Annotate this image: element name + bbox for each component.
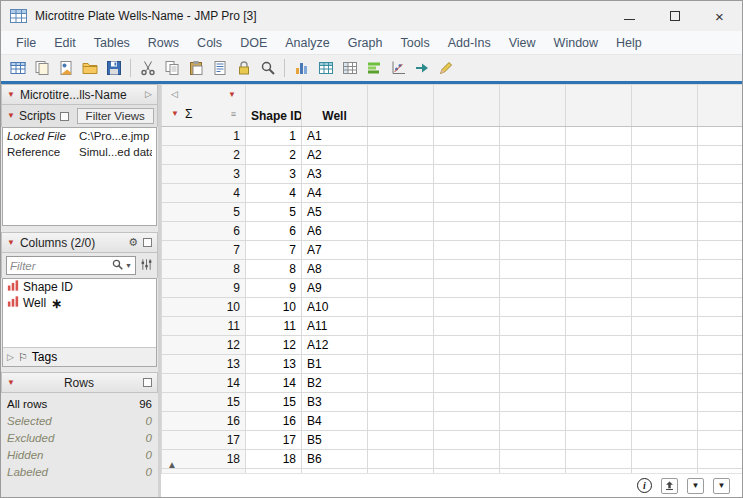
row-number-cell[interactable]: 9 [162,279,246,298]
row-number-cell[interactable]: 1 [162,127,246,146]
row-number-cell[interactable]: 16 [162,412,246,431]
zoom-icon[interactable] [256,57,279,79]
menu-edit[interactable]: Edit [45,33,85,53]
scripts-red-triangle-icon[interactable]: ▼ [7,112,15,120]
column-item-shape-id[interactable]: Shape ID [3,279,156,295]
well-cell[interactable]: A7 [302,241,368,260]
table-red-triangle-icon[interactable]: ▼ [7,91,15,99]
open-journal-icon[interactable] [30,57,53,79]
row-number-cell[interactable]: 8 [162,260,246,279]
scroll-anchor-icon[interactable]: ▲ [167,460,177,470]
menu-view[interactable]: View [500,33,545,53]
shape-id-cell[interactable]: 12 [246,336,302,355]
shape-id-cell[interactable]: 15 [246,393,302,412]
shape-id-cell[interactable]: 2 [246,146,302,165]
annotate-pencil-icon[interactable] [434,57,457,79]
row-number-cell[interactable]: 12 [162,336,246,355]
stat-hidden[interactable]: Hidden 0 [5,446,154,463]
menu-cols[interactable]: Cols [188,33,231,53]
collapse-right-icon[interactable]: ▷ [145,90,152,99]
new-data-table-icon[interactable] [6,57,29,79]
tab-scripts[interactable]: Scripts [19,109,56,123]
filter-dropdown-icon[interactable]: ▼ [125,262,132,269]
close-button[interactable]: × [697,1,742,31]
graph-builder-icon[interactable] [362,57,385,79]
shape-id-cell[interactable]: 1 [246,127,302,146]
hide-panel-icon[interactable]: ◁ [171,90,178,99]
shape-id-cell[interactable]: 8 [246,260,302,279]
menu-tables[interactable]: Tables [85,33,139,53]
well-cell[interactable]: A10 [302,298,368,317]
status-dropdown-a-icon[interactable]: ▼ [687,478,704,494]
row-number-cell[interactable]: 5 [162,203,246,222]
columns-panel-box-icon[interactable] [143,238,152,247]
open-folder-icon[interactable] [78,57,101,79]
well-cell[interactable]: B3 [302,393,368,412]
sigma-icon[interactable]: Σ [185,107,192,121]
menu-file[interactable]: File [7,33,45,53]
well-cell[interactable]: A12 [302,336,368,355]
rows-panel-box-icon[interactable] [143,378,152,387]
tags-expand-icon[interactable]: ▷ [7,353,14,362]
shape-id-cell[interactable]: 14 [246,374,302,393]
row-number-cell[interactable]: 15 [162,393,246,412]
well-cell[interactable]: A1 [302,127,368,146]
shape-id-cell[interactable]: 4 [246,184,302,203]
row-number-cell[interactable]: 14 [162,374,246,393]
menu-add-ins[interactable]: Add-Ins [439,33,500,53]
shape-id-cell[interactable]: 7 [246,241,302,260]
row-number-cell[interactable]: 7 [162,241,246,260]
well-cell[interactable]: B5 [302,431,368,450]
maximize-button[interactable] [652,1,697,31]
scripts-checkbox[interactable] [60,112,69,121]
well-cell[interactable]: A8 [302,260,368,279]
row-number-cell[interactable]: 2 [162,146,246,165]
menu-window[interactable]: Window [545,33,607,53]
columns-red-triangle-icon[interactable]: ▼ [7,239,15,247]
shape-id-cell[interactable]: 16 [246,412,302,431]
fit-plot-icon[interactable] [386,57,409,79]
menu-tools[interactable]: Tools [391,33,438,53]
minimize-button[interactable] [607,1,652,31]
shape-id-cell[interactable]: 18 [246,450,302,469]
new-script-icon[interactable] [54,57,77,79]
status-info-icon[interactable]: i [637,478,652,493]
row-number-cell[interactable]: 13 [162,355,246,374]
cut-icon[interactable] [136,57,159,79]
column-settings-icon[interactable]: ⚙ [128,237,138,248]
menu-doe[interactable]: DOE [231,33,276,53]
well-cell[interactable]: A11 [302,317,368,336]
shape-id-cell[interactable]: 6 [246,222,302,241]
menu-graph[interactable]: Graph [339,33,392,53]
lock-icon[interactable] [232,57,255,79]
shape-id-cell[interactable]: 11 [246,317,302,336]
well-cell[interactable]: B7 [302,469,368,474]
well-cell[interactable]: A5 [302,203,368,222]
save-icon[interactable] [102,57,125,79]
column-item-well[interactable]: Well ∗ [3,295,156,311]
copy-table-icon[interactable] [208,57,231,79]
status-up-icon[interactable] [661,478,678,494]
well-cell[interactable]: B2 [302,374,368,393]
menu-help[interactable]: Help [607,33,651,53]
shape-id-cell[interactable]: 13 [246,355,302,374]
shape-id-cell[interactable]: 19 [246,469,302,474]
column-header-shape-id[interactable]: Shape ID [246,85,302,127]
flow-arrow-icon[interactable] [410,57,433,79]
tags-row[interactable]: ▷ ⚐ Tags [3,347,156,366]
well-cell[interactable]: A3 [302,165,368,184]
menu-rows[interactable]: Rows [139,33,188,53]
rows-red-triangle-icon[interactable]: ▼ [7,379,15,387]
well-cell[interactable]: B6 [302,450,368,469]
row-number-cell[interactable]: 4 [162,184,246,203]
well-cell[interactable]: B1 [302,355,368,374]
shape-id-cell[interactable]: 5 [246,203,302,222]
data-grid-icon[interactable] [314,57,337,79]
columns-filter-input[interactable] [10,260,70,272]
stat-selected[interactable]: Selected 0 [5,412,154,429]
well-cell[interactable]: A4 [302,184,368,203]
well-cell[interactable]: A2 [302,146,368,165]
column-header-well[interactable]: Well [302,85,368,127]
columns-red-triangle-menu-icon[interactable]: ▼ [228,91,236,99]
well-cell[interactable]: A9 [302,279,368,298]
